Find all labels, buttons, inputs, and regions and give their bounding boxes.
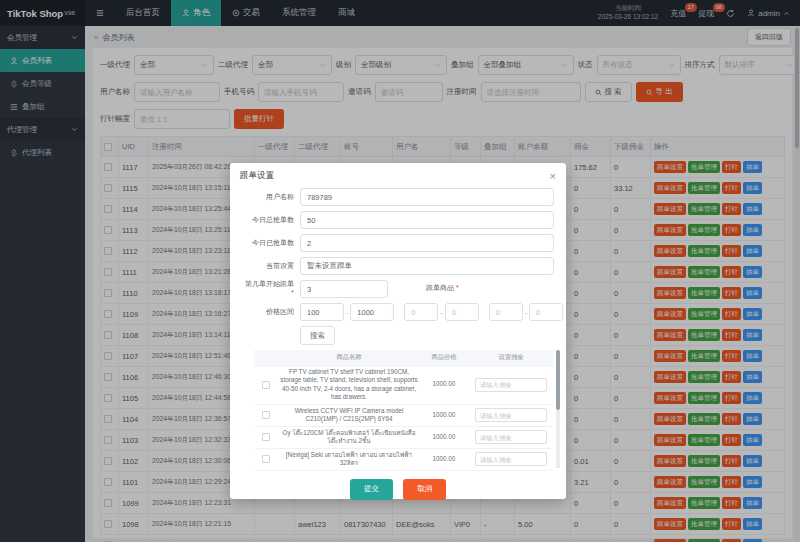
price-range-input-1[interactable] (350, 303, 394, 321)
modal-header: 跟单设置 × (230, 163, 566, 186)
product-row: Wireless CCTV WIFI IP Camera model C210(… (254, 404, 554, 426)
modal-product-table: 商品名称商品价格设置佣金 FP TV cabinet TV shelf TV c… (254, 350, 554, 471)
modal-start-order-label: 第几单开始跟单 * (242, 280, 300, 298)
modal-current-setting-input[interactable] (300, 257, 554, 275)
follow-order-settings-modal: 跟单设置 × 用户名称 今日总抢单数 今日已抢单数 当前设置 第几单开始跟单 *… (230, 163, 566, 499)
product-name: [Nexiga] Seki เตาอบไฟฟ้า เตาอบ เตาอบไฟฟ้… (278, 448, 420, 470)
modal-done-orders-label: 今日已抢单数 (242, 239, 300, 248)
dash-separator: - (440, 309, 442, 316)
price-range-input-0[interactable] (300, 303, 344, 321)
modal-body: 用户名称 今日总抢单数 今日已抢单数 当前设置 第几单开始跟单 * 跟单商品 *… (230, 186, 566, 471)
price-range-input-5[interactable] (529, 303, 563, 321)
modal-search-button[interactable]: 搜索 (300, 326, 335, 345)
product-name: Wireless CCTV WIFI IP Camera model C210(… (278, 404, 420, 426)
cancel-button[interactable]: 取消 (403, 479, 446, 500)
price-range-input-3[interactable] (445, 303, 479, 321)
product-price: 1000.00 (420, 365, 468, 404)
product-price: 1000.00 (420, 426, 468, 448)
product-row: FP TV cabinet TV shelf TV cabinet 190CM,… (254, 365, 554, 404)
modal-start-order-input[interactable] (300, 280, 388, 298)
commission-input[interactable] (475, 408, 547, 422)
product-column-header-设置佣金: 设置佣金 (468, 350, 554, 365)
product-name: Oy โต๊ะ120CM โต๊ะคอมพิวเตอร์ โต๊ะเขียนหน… (278, 426, 420, 448)
price-range-input-2[interactable] (404, 303, 438, 321)
product-checkbox[interactable] (262, 455, 270, 463)
product-column-header-商品名称: 商品名称 (278, 350, 420, 365)
modal-product-table-wrap: 商品名称商品价格设置佣金 FP TV cabinet TV shelf TV c… (254, 350, 554, 471)
product-checkbox[interactable] (262, 433, 270, 441)
dash-separator: - (525, 309, 527, 316)
modal-products-label: 跟单商品 * (426, 284, 465, 293)
modal-price-range-label: 价格区间 (242, 308, 300, 317)
submit-button[interactable]: 提交 (350, 479, 393, 500)
commission-input[interactable] (475, 430, 547, 444)
close-icon[interactable]: × (550, 171, 556, 182)
modal-table-scrollbar-thumb[interactable] (556, 350, 560, 410)
price-range-input-4[interactable] (489, 303, 523, 321)
modal-table-scrollbar[interactable] (556, 350, 560, 468)
dash-separator: - (346, 309, 348, 316)
product-price: 1000.00 (420, 404, 468, 426)
product-price: 1000.00 (420, 448, 468, 470)
modal-username-input[interactable] (300, 188, 554, 206)
modal-title: 跟单设置 (240, 170, 274, 182)
modal-total-orders-input[interactable] (300, 211, 554, 229)
product-checkbox[interactable] (262, 381, 270, 389)
modal-footer: 提交 取消 (230, 471, 566, 512)
modal-price-range-row: 价格区间 --- (242, 303, 554, 321)
product-row: Oy โต๊ะ120CM โต๊ะคอมพิวเตอร์ โต๊ะเขียนหน… (254, 426, 554, 448)
commission-input[interactable] (475, 378, 547, 392)
product-row: [Nexiga] Seki เตาอบไฟฟ้า เตาอบ เตาอบไฟฟ้… (254, 448, 554, 470)
product-column-header-商品价格: 商品价格 (420, 350, 468, 365)
modal-username-label: 用户名称 (242, 193, 300, 202)
product-name: FP TV cabinet TV shelf TV cabinet 190CM,… (278, 365, 420, 404)
modal-total-orders-label: 今日总抢单数 (242, 216, 300, 225)
commission-input[interactable] (475, 452, 547, 466)
product-checkbox[interactable] (262, 411, 270, 419)
modal-current-setting-label: 当前设置 (242, 262, 300, 271)
modal-done-orders-input[interactable] (300, 234, 554, 252)
